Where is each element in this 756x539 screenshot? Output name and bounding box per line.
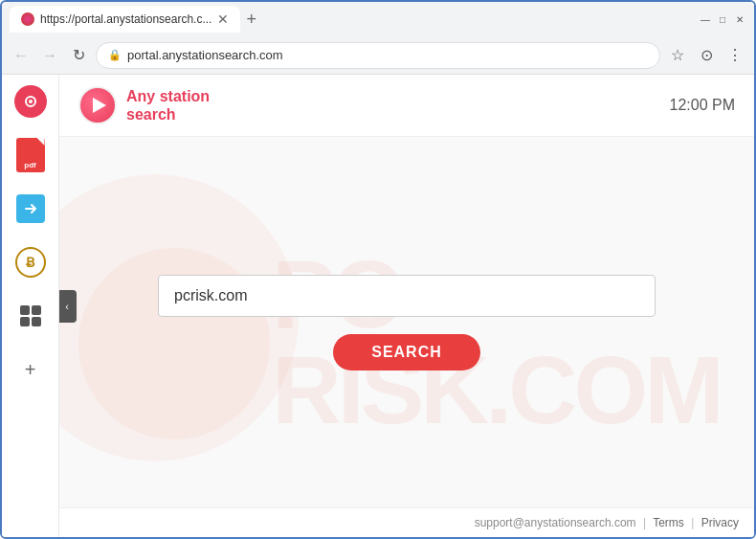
time-display: 12:00 PM [670,97,735,114]
play-icon [93,98,106,113]
grid-cell-2 [32,305,41,315]
footer-separator-2: | [691,516,694,529]
footer-separator-1: | [643,516,646,529]
pdf-icon: pdf [16,138,45,172]
footer-privacy-link[interactable]: Privacy [701,516,739,529]
tab-title: https://portal.anystationsearch.c... [40,12,211,26]
pdf-text: pdf [24,161,35,169]
plus-icon: + [25,359,36,381]
tab-area: https://portal.anystationsearch.c... ✕ + [10,2,695,36]
brand: Any station search [78,86,210,124]
restore-button[interactable]: □ [716,12,729,26]
grid-icon [20,305,41,326]
search-button[interactable]: SEARCH [333,334,480,371]
sidebar-item-radio[interactable] [13,84,48,119]
brand-name-line1: Any station [126,87,210,105]
minimize-button[interactable]: — [699,12,712,26]
search-section: PC RISK.COM SEARCH [59,137,754,507]
sidebar-item-add[interactable]: + [13,352,48,387]
close-button[interactable]: ✕ [733,12,746,26]
page-footer: support@anystationsearch.com | Terms | P… [59,507,754,537]
arrows-svg [22,200,39,217]
sidebar-toggle-arrow: ‹ [65,301,69,312]
tab-favicon [21,12,34,26]
coin-icon: Ƀ [15,247,46,278]
radio-inner [25,96,36,107]
address-bar: ← → ↻ 🔒 portal.anystationsearch.com ☆ ⊙ … [2,36,754,75]
footer-support-email: support@anystationsearch.com [475,516,636,529]
title-bar: https://portal.anystationsearch.c... ✕ +… [2,2,754,36]
brand-name-line2: search [126,105,210,124]
sidebar-toggle-button[interactable]: ‹ [59,290,77,323]
address-input[interactable]: 🔒 portal.anystationsearch.com [96,42,660,69]
account-button[interactable]: ⊙ [695,44,718,67]
brand-logo [78,86,117,124]
lock-icon: 🔒 [108,49,122,61]
back-button[interactable]: ← [10,44,33,67]
browser-tab[interactable]: https://portal.anystationsearch.c... ✕ [10,6,240,33]
new-tab-button[interactable]: + [240,10,262,30]
main-area: ‹ Any station search 12:00 PM [59,75,754,537]
grid-cell-1 [20,305,30,315]
brand-logo-inner [80,88,115,123]
sidebar-item-pdf[interactable]: pdf [13,138,48,172]
forward-button[interactable]: → [38,44,61,67]
sidebar-item-grid[interactable] [13,299,48,333]
footer-terms-link[interactable]: Terms [653,516,684,529]
menu-button[interactable]: ⋮ [723,44,746,67]
browser-window: https://portal.anystationsearch.c... ✕ +… [0,0,756,539]
arrows-icon [16,194,45,223]
sidebar: pdf Ƀ [2,75,59,537]
grid-cell-4 [32,317,41,326]
search-input[interactable] [158,275,656,317]
reload-button[interactable]: ↻ [67,44,90,67]
brand-name: Any station search [126,87,210,124]
coin-symbol: Ƀ [26,255,35,270]
radio-icon [14,85,47,118]
sidebar-item-coin[interactable]: Ƀ [13,245,48,280]
bookmark-button[interactable]: ☆ [666,44,689,67]
sidebar-item-arrows[interactable] [13,191,48,226]
window-controls: — □ ✕ [699,12,746,26]
grid-cell-3 [20,317,30,326]
search-box-wrap: SEARCH [158,275,656,371]
address-text: portal.anystationsearch.com [127,48,283,62]
tab-close-button[interactable]: ✕ [217,11,229,27]
main-header: Any station search 12:00 PM [59,75,754,137]
address-actions: ☆ ⊙ ⋮ [666,44,746,67]
page-content: pdf Ƀ [2,75,754,537]
